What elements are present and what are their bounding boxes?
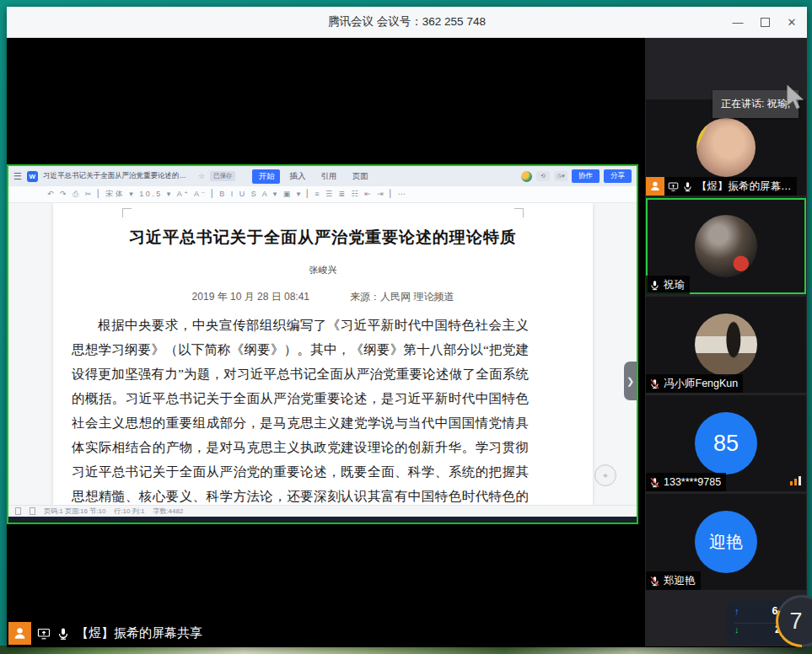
article-body: 根据中央要求，中央宣传部组织编写了《习近平新时代中国特色社会主义思想学习纲要》（… — [72, 313, 529, 505]
participant-name: 133****9785 — [664, 476, 721, 488]
history-icon[interactable]: ⟲ — [536, 171, 550, 181]
tab-insert[interactable]: 插入 — [283, 169, 311, 184]
doc-share-button[interactable]: 分享 — [604, 169, 632, 183]
margin-mark-left — [122, 208, 132, 217]
participant-tile-speaking[interactable]: 祝瑜 — [646, 198, 806, 294]
doc-menu-tabs: 开始 插入 引用 页面 — [252, 169, 374, 184]
floating-assistant-ball[interactable]: 7 — [776, 595, 812, 647]
avatar-initials: 85 — [695, 412, 757, 474]
window-title: 腾讯会议 会议号：362 255 748 — [328, 14, 486, 29]
participant-name-bar: 郑迎艳 — [646, 571, 701, 590]
screen-share-icon — [37, 627, 51, 641]
menu-hamburger-icon[interactable]: ☰ — [13, 172, 22, 181]
chevron-right-icon: ❯ — [626, 376, 634, 387]
article-source: 来源：人民网 理论频道 — [350, 290, 454, 304]
avatar-text: 迎艳 — [709, 531, 743, 554]
participant-tile[interactable]: 85 133****9785 — [646, 395, 806, 491]
maximize-icon — [761, 18, 770, 27]
tab-home[interactable]: 开始 — [252, 169, 280, 184]
minimize-button[interactable]: — — [724, 7, 751, 38]
avatar-photo — [695, 314, 757, 376]
minimize-icon: — — [733, 16, 744, 29]
name-bar-inner: 郑迎艳 — [646, 571, 701, 590]
tab-page[interactable]: 页面 — [346, 169, 374, 184]
share-banner-label: 【煜】振希的屏幕共享 — [76, 625, 202, 641]
doc-page: 习近平总书记关于全面从严治党重要论述的理论特质 张峻兴 2019 年 10 月 … — [53, 203, 593, 505]
status-pages: 页码:1 页面:16 节:10 — [44, 507, 105, 516]
window-controls: — ✕ — [724, 7, 805, 38]
save-status-badge: 已保存 — [210, 171, 236, 181]
close-icon: ✕ — [788, 16, 797, 29]
name-bar-inner: 133****9785 — [646, 473, 726, 491]
speaking-indicator-text: 正在讲话: 祝瑜; — [721, 97, 790, 111]
avatar-initials: 迎艳 — [695, 511, 757, 573]
format-toolbar-icons: ↶ ↷ ⎙ ✂ ▏宋体 ▾ 10.5 ▾ A⁺ A⁻ ▏B I U S A ▾ … — [47, 189, 407, 200]
clock-dropdown-icon[interactable]: ◷▾ — [554, 171, 567, 181]
article-dateline: 2019 年 10 月 28 日 08:41 来源：人民网 理论频道 — [53, 290, 593, 304]
share-banner-bar: 【煜】振希的屏幕共享 — [31, 622, 211, 645]
participant-name: 【煜】振希的屏幕… — [696, 180, 792, 194]
participant-tile[interactable]: 迎艳 郑迎艳 — [646, 494, 806, 590]
desktop-background: 腾讯会议 会议号：362 255 748 — ✕ ☰ W 习近平总书记关于全面从… — [0, 0, 812, 654]
doc-app-icon: W — [27, 171, 38, 182]
screen-share-banner: 【煜】振希的屏幕共享 — [8, 622, 211, 645]
shared-browser-header: ☰ W 习近平总书记关于全面从严治党重要论述的理论特质 ☆ 已保存 开始 插入 … — [8, 166, 637, 186]
participant-tiles: 【煜】振希的屏幕… 祝瑜 — [646, 99, 806, 590]
status-cursor: 行:10 列:1 — [114, 507, 144, 516]
doc-header-actions: ⟲ ◷▾ 协作 分享 — [521, 169, 632, 183]
participant-name-bar: 133****9785 — [646, 473, 726, 491]
article-date: 2019 年 10 月 28 日 08:41 — [192, 290, 309, 304]
name-bar-inner: 冯小师FengKun — [646, 374, 743, 393]
doc-page-area: 习近平总书记关于全面从严治党重要论述的理论特质 张峻兴 2019 年 10 月 … — [8, 203, 637, 505]
avatar-photo — [695, 215, 757, 277]
name-bar-inner: 【煜】振希的屏幕… — [664, 177, 797, 196]
doc-status-bar: 页码:1 页面:16 节:10 行:10 列:1 字数:4482 — [8, 505, 637, 517]
meeting-window: 腾讯会议 会议号：362 255 748 — ✕ ☰ W 习近平总书记关于全面从… — [7, 7, 807, 647]
screen-share-icon — [668, 181, 679, 192]
avatar-photo — [696, 118, 756, 177]
shared-screen: ☰ W 习近平总书记关于全面从严治党重要论述的理论特质 ☆ 已保存 开始 插入 … — [7, 164, 638, 524]
star-icon[interactable]: ☆ — [198, 172, 205, 180]
shared-doc-title: 习近平总书记关于全面从严治党重要论述的理论特质 — [43, 171, 193, 181]
participant-tile[interactable]: 冯小师FengKun — [646, 297, 806, 393]
margin-mark-right — [514, 208, 524, 217]
participant-name-bar: 【煜】振希的屏幕… — [646, 177, 797, 196]
download-arrow-icon: ↓ — [734, 625, 739, 635]
avatar-text: 85 — [713, 431, 739, 457]
outline-view-icon[interactable] — [30, 507, 35, 515]
shared-taskbar-strip — [8, 517, 637, 523]
maximize-button[interactable] — [751, 7, 778, 38]
participants-sidebar: 正在讲话: 祝瑜; — [645, 38, 807, 646]
mic-muted-icon — [649, 477, 660, 488]
collaborate-button[interactable]: 协作 — [572, 169, 600, 183]
article-title: 习近平总书记关于全面从严治党重要论述的理论特质 — [53, 227, 593, 249]
mic-muted-icon — [649, 576, 660, 587]
mic-muted-icon — [649, 378, 660, 389]
host-icon — [646, 177, 664, 196]
page-view-icon[interactable] — [15, 507, 21, 515]
title-bar: 腾讯会议 会议号：362 255 748 — ✕ — [7, 7, 807, 38]
mouse-cursor-icon — [785, 85, 807, 110]
close-button[interactable]: ✕ — [778, 7, 805, 38]
participant-name-bar: 冯小师FengKun — [646, 374, 743, 393]
tab-reference[interactable]: 引用 — [315, 169, 342, 184]
participant-name: 郑迎艳 — [664, 574, 696, 588]
participant-name: 冯小师FengKun — [664, 377, 738, 391]
side-panel-toggle[interactable]: ❯ — [624, 362, 637, 400]
upload-arrow-icon: ↑ — [734, 606, 739, 616]
participant-name: 祝瑜 — [664, 278, 685, 292]
watermark-stamp-icon: ✦ — [594, 464, 616, 486]
participant-name-bar: 祝瑜 — [646, 276, 690, 294]
format-toolbar[interactable]: ↶ ↷ ⎙ ✂ ▏宋体 ▾ 10.5 ▾ A⁺ A⁻ ▏B I U S A ▾ … — [8, 186, 637, 203]
status-wordcount: 字数:4482 — [153, 507, 183, 516]
mic-icon — [56, 627, 70, 641]
name-bar-inner: 祝瑜 — [646, 276, 690, 294]
floating-ball-value: 7 — [776, 595, 812, 647]
user-avatar[interactable] — [521, 171, 532, 182]
main-video-stage: ☰ W 习近平总书记关于全面从严治党重要论述的理论特质 ☆ 已保存 开始 插入 … — [7, 38, 645, 646]
signal-strength-icon — [790, 476, 801, 485]
article-author: 张峻兴 — [53, 264, 593, 276]
host-icon — [8, 622, 31, 645]
mic-icon — [682, 181, 693, 192]
mic-icon — [649, 280, 660, 291]
